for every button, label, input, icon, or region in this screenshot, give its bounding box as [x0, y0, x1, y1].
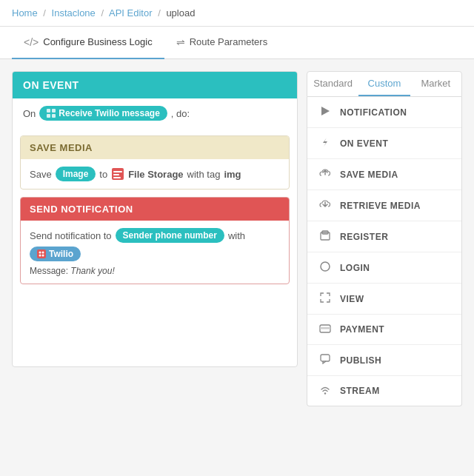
send-notif-body: Send notification to Sender phone number…: [21, 221, 289, 284]
right-item-publish[interactable]: PUBLISH: [307, 345, 461, 376]
expand-icon: [318, 292, 333, 305]
svg-rect-2: [47, 114, 50, 118]
right-tab-row: Standard Custom Market: [307, 71, 462, 97]
svg-point-9: [39, 252, 41, 254]
right-item-retrieve-media[interactable]: RETRIEVE MEDIA: [307, 190, 461, 221]
cloud-download-icon: [318, 199, 333, 212]
save-media-header: SAVE MEDIA: [21, 136, 289, 159]
twilio-icon: [37, 249, 46, 258]
left-panel: ON EVENT On Receive Twilio message , do:…: [12, 71, 298, 367]
send-notif-block: SEND NOTIFICATION Send notification to S…: [20, 197, 290, 284]
bolt-icon: [318, 137, 333, 150]
right-tab-custom[interactable]: Custom: [358, 72, 410, 96]
breadcrumb: Home / Instaclone / API Editor / upload: [0, 0, 474, 27]
tab-configure-label: Configure Business Logic: [43, 36, 152, 47]
svg-marker-14: [323, 138, 327, 147]
svg-point-17: [321, 262, 330, 271]
cloud-upload-icon: [318, 168, 333, 181]
right-item-on-event[interactable]: ON EVENT: [307, 128, 461, 159]
svg-point-12: [42, 255, 44, 257]
right-item-view[interactable]: VIEW: [307, 284, 461, 315]
wifi-icon: [318, 385, 333, 397]
right-panel: Standard Custom Market NOTIFICATION ON E…: [307, 71, 462, 406]
svg-rect-0: [47, 109, 50, 113]
right-item-stream[interactable]: STREAM: [307, 376, 461, 406]
svg-rect-19: [320, 327, 330, 329]
breadcrumb-api-editor[interactable]: API Editor: [109, 7, 153, 19]
sender-pill[interactable]: Sender phone number: [116, 228, 224, 243]
svg-point-21: [324, 392, 326, 394]
right-tab-market[interactable]: Market: [410, 72, 461, 96]
send-notif-row: Send notification to Sender phone number…: [30, 228, 280, 261]
tab-configure[interactable]: </> Configure Business Logic: [12, 27, 164, 59]
tab-route-label: Route Parameters: [190, 36, 268, 47]
svg-rect-7: [113, 177, 121, 178]
message-text: Message: Thank you!: [30, 266, 280, 276]
main-layout: ON EVENT On Receive Twilio message , do:…: [0, 59, 474, 418]
save-media-body: Save Image to File Storage with tag img: [21, 159, 289, 189]
svg-point-10: [42, 252, 44, 254]
right-tab-standard[interactable]: Standard: [307, 72, 358, 96]
circle-icon: [318, 261, 333, 274]
svg-rect-6: [113, 174, 119, 175]
play-icon: [318, 106, 333, 118]
on-event-header: ON EVENT: [13, 72, 297, 98]
file-storage-icon: [111, 167, 124, 181]
route-icon: ⇌: [176, 36, 185, 48]
svg-rect-1: [52, 109, 56, 113]
code-icon: </>: [24, 36, 39, 48]
breadcrumb-home[interactable]: Home: [12, 7, 38, 19]
on-event-body: On Receive Twilio message , do:: [13, 98, 297, 128]
grid-icon: [47, 109, 56, 118]
tab-route[interactable]: ⇌ Route Parameters: [164, 27, 280, 59]
image-pill[interactable]: Image: [56, 167, 96, 181]
right-item-save-media[interactable]: SAVE MEDIA: [307, 159, 461, 190]
trigger-pill[interactable]: Receive Twilio message: [39, 106, 167, 121]
right-items-list: NOTIFICATION ON EVENT SAVE MEDIA: [307, 97, 462, 406]
save-media-block: SAVE MEDIA Save Image to File Storage wi…: [20, 135, 290, 190]
svg-rect-8: [37, 249, 46, 258]
right-item-notification[interactable]: NOTIFICATION: [307, 97, 461, 128]
right-item-payment[interactable]: PAYMENT: [307, 315, 461, 345]
svg-rect-3: [52, 114, 56, 118]
box-icon: [318, 230, 333, 243]
tab-bar: </> Configure Business Logic ⇌ Route Par…: [0, 27, 474, 59]
right-item-register[interactable]: REGISTER: [307, 221, 461, 252]
svg-rect-5: [113, 171, 122, 172]
chat-icon: [318, 354, 333, 366]
twilio-pill[interactable]: Twilio: [30, 247, 81, 261]
svg-marker-13: [321, 107, 330, 115]
on-event-title: ON EVENT: [23, 79, 79, 91]
right-item-login[interactable]: LOGIN: [307, 252, 461, 284]
card-icon: [318, 324, 333, 335]
send-notif-header: SEND NOTIFICATION: [21, 198, 289, 221]
breadcrumb-instaclone[interactable]: Instaclone: [52, 7, 96, 19]
svg-rect-20: [321, 355, 330, 361]
breadcrumb-current: upload: [166, 7, 195, 19]
svg-point-11: [39, 255, 41, 257]
